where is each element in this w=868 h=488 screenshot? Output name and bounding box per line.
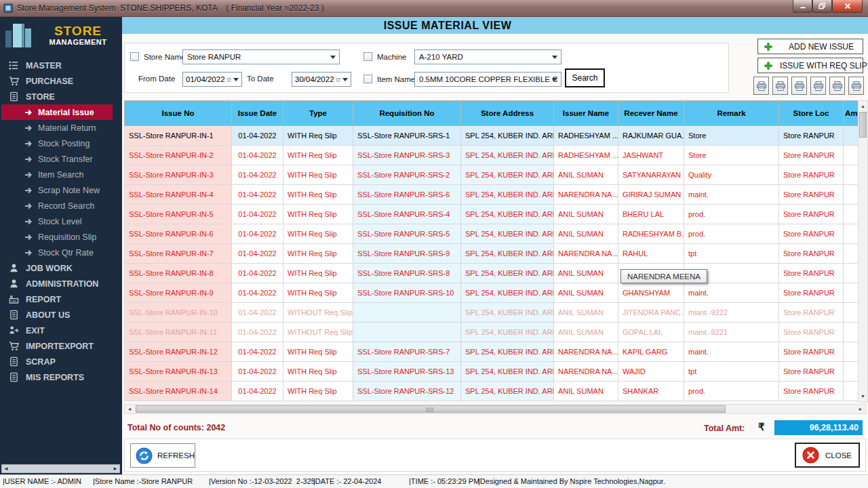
tooltip: NARENDRA MEENA [620,269,707,283]
table-row[interactable]: SSL-Store RANPUR-IN-12 01-04-2022 WITH R… [125,342,859,362]
minimize-button[interactable] [793,0,812,13]
scroll-left-icon[interactable]: ◄ [3,466,9,472]
col-remark[interactable]: Remark [684,101,779,126]
col-issue-no[interactable]: Issue No [125,101,232,126]
scroll-down-icon[interactable]: ▼ [859,392,867,401]
sidebar-item-mis-reports[interactable]: MIS REPORTS [0,369,122,385]
cell-issue-date: 01-04-2022 [232,244,283,264]
col-issue-date[interactable]: Issue Date [232,101,283,126]
sidebar-subitem[interactable]: Stock Transfer [1,151,113,167]
table-horizontal-scrollbar: ◄ ► [124,404,866,414]
sidebar-horizontal-scrollbar[interactable]: ◄ ► [1,464,120,473]
cell-type: WITH Req Slip [283,244,353,264]
sidebar-item-importexport[interactable]: IMPORTEXPORT [0,338,122,354]
store-name-select[interactable]: Store RANPUR [182,49,340,64]
table-row[interactable]: SSL-Store RANPUR-IN-3 01-04-2022 WITH Re… [125,165,859,185]
cell-issue-date: 01-04-2022 [232,224,283,244]
table-row[interactable]: SSL-Store RANPUR-IN-1 01-04-2022 WITH Re… [125,126,859,146]
vertical-scroll-thumb[interactable] [859,112,867,138]
print-button[interactable] [848,77,864,95]
sidebar: STORE MANAGEMENT MASTER PURCHASE STORE [0,17,122,474]
table-row[interactable]: SSL-Store RANPUR-IN-9 01-04-2022 WITH Re… [125,283,859,303]
item-name-checkbox[interactable] [363,75,372,83]
col-issuer-name[interactable]: Issuer Name [554,101,618,126]
close-button[interactable]: CLOSE [795,443,860,468]
col-type[interactable]: Type [283,101,353,126]
table-row[interactable]: SSL-Store RANPUR-IN-4 01-04-2022 WITH Re… [125,185,859,205]
sidebar-item-job-work[interactable]: JOB WORK [0,260,122,276]
sidebar-subitem-label: Scrap Note New [38,186,100,195]
sidebar-item-purchase[interactable]: PURCHASE [0,73,122,89]
sidebar-item-about-us[interactable]: ABOUT US [0,307,122,323]
col-recever-name[interactable]: Recever Name [618,101,684,126]
machine-select[interactable]: A-210 YARD [414,49,561,64]
horizontal-scroll-thumb[interactable] [136,405,726,413]
cell-issue-no: SSL-Store RANPUR-IN-8 [125,264,232,283]
app-icon [3,3,13,13]
print-button[interactable] [753,77,769,95]
close-window-button[interactable] [832,0,863,13]
page-title: ISSUE MATERIAL VIEW [122,17,868,34]
sidebar-subitem[interactable]: Item Search [1,167,113,182]
store-submenu: Material Issue Material Return Stock Pos… [0,104,122,260]
scroll-left-icon[interactable]: ◄ [125,405,134,413]
sidebar-subitem-label: Stock Transfer [38,155,93,164]
sidebar-item-store[interactable]: STORE [0,89,122,104]
issue-with-req-slip-button[interactable]: ISSUE WITH REQ SLIP [757,58,863,73]
sidebar-item-exit[interactable]: EXIT [0,323,122,338]
to-date-field[interactable]: 30/04/2022 [292,72,351,87]
refresh-button[interactable]: REFRESH [130,443,195,468]
table-row[interactable]: SSL-Store RANPUR-IN-11 01-04-2022 WITHOU… [125,323,859,342]
item-name-select[interactable]: 0.5MM 10CORE COPPER FLEXIBLE C [414,72,561,87]
sidebar-subitem[interactable]: Scrap Note New [1,182,113,198]
table-row[interactable]: SSL-Store RANPUR-IN-7 01-04-2022 WITH Re… [125,244,859,264]
table-row[interactable]: SSL-Store RANPUR-IN-2 01-04-2022 WITH Re… [125,146,859,165]
cell-store-loc: Store RANPUR [779,224,844,244]
cell-issue-no: SSL-Store RANPUR-IN-12 [125,342,232,362]
print-button[interactable] [791,77,807,95]
cell-store-address: SPL 254, KUBER IND. AREA... [461,185,554,205]
print-button[interactable] [829,77,845,95]
scroll-right-icon[interactable]: ► [856,405,865,413]
sidebar-subitem-label: Stock Qtr Rate [38,248,94,258]
sidebar-subitem[interactable]: Stock Level [1,214,113,229]
sidebar-subitem[interactable]: Requisition Slip [1,229,113,245]
table-row[interactable]: SSL-Store RANPUR-IN-6 01-04-2022 WITH Re… [125,224,859,244]
sidebar-item-administration[interactable]: ADMINISTRATION [0,276,122,291]
machine-checkbox[interactable] [363,52,372,61]
sidebar-item-report[interactable]: REPORT [0,291,122,307]
sidebar-subitem[interactable]: Stock Posting [1,136,113,151]
col-amt[interactable]: Amt [844,101,859,126]
print-button[interactable] [772,77,788,95]
table-row[interactable]: SSL-Store RANPUR-IN-10 01-04-2022 WITHOU… [125,303,859,323]
printer-icon [832,81,843,92]
sidebar-subitem[interactable]: Stock Qtr Rate [1,245,113,260]
restore-button[interactable] [812,0,832,13]
sidebar-item-scrap[interactable]: SCRAP [0,354,122,369]
col-store-loc[interactable]: Store Loc [779,101,844,126]
sidebar-subitem[interactable]: Material Issue [1,104,113,120]
sidebar-item-label: JOB WORK [26,264,73,273]
status-segment: |USER NAME :- ADMIN [3,477,81,485]
col-requisition-no[interactable]: Requisition No [353,101,461,126]
table-row[interactable]: SSL-Store RANPUR-IN-13 01-04-2022 WITH R… [125,362,859,382]
document-icon [9,92,19,102]
sidebar-item-master[interactable]: MASTER [0,58,122,73]
table-row[interactable]: SSL-Store RANPUR-IN-5 01-04-2022 WITH Re… [125,205,859,224]
search-button[interactable]: Search [565,68,605,87]
scroll-right-icon[interactable]: ► [113,466,118,472]
sidebar-subitem[interactable]: Material Return [1,120,113,136]
table-row[interactable]: SSL-Store RANPUR-IN-14 01-04-2022 WITH R… [125,382,859,401]
scroll-up-icon[interactable]: ▲ [859,102,867,111]
rupee-icon: ₹ [758,421,765,433]
window-title: Store Management System STONE SHIPPERS, … [17,3,324,13]
col-store-address[interactable]: Store Address [461,101,554,126]
table-row[interactable]: SSL-Store RANPUR-IN-8 01-04-2022 WITH Re… [125,264,859,283]
add-new-issue-button[interactable]: ADD NEW ISSUE [757,39,863,54]
sidebar-subitem[interactable]: Record Search [1,198,113,214]
cell-issue-date: 01-04-2022 [232,342,283,362]
from-date-field[interactable]: 01/04/2022 [182,72,242,87]
cell-store-address: SPL 254, KUBER IND. AREA... [461,382,554,401]
store-name-checkbox[interactable] [130,52,139,61]
print-button[interactable] [810,77,826,95]
